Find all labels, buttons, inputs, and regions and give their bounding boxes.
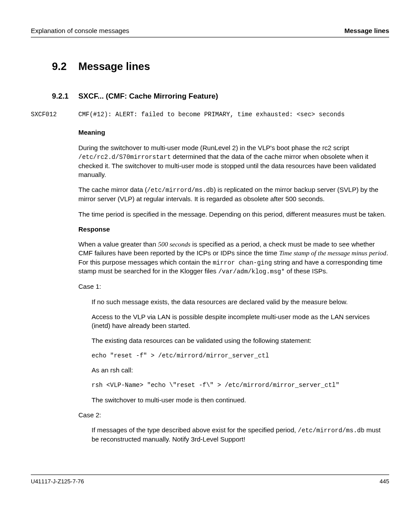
message-text: CMF(#12): ALERT: failed to become PRIMAR… [78, 110, 345, 119]
case1-p4: As an rsh call: [92, 366, 389, 375]
header-left: Explanation of console messages [31, 26, 129, 35]
header-right: Message lines [344, 26, 389, 35]
footer-page-number: 445 [379, 478, 389, 486]
case1-block: If no such message exists, the data reso… [92, 298, 389, 405]
case1-p2: Access to the VLP via LAN is possible de… [92, 313, 389, 331]
message-code: SXCF012 [31, 110, 78, 119]
case2-p1: If messages of the type described above … [92, 426, 389, 444]
case2-block: If messages of the type described above … [92, 426, 389, 444]
subsection-heading: 9.2.1SXCF... (CMF: Cache Mirroring Featu… [52, 92, 389, 102]
meaning-paragraph-3: The time period is specified in the mess… [78, 210, 389, 219]
case1-code2: rsh <VLP-Name> "echo \"reset -f\" > /etc… [92, 381, 389, 390]
footer-doc-id: U41117-J-Z125-7-76 [31, 478, 84, 486]
response-paragraph-1: When a value greater than 500 seconds is… [78, 240, 389, 276]
meaning-label: Meaning [78, 128, 389, 137]
case1-p1: If no such message exists, the data reso… [92, 298, 389, 306]
page-footer: U41117-J-Z125-7-76 445 [31, 475, 389, 486]
case2-label: Case 2: [78, 411, 389, 420]
case1-code1: echo "reset -f" > /etc/mirrord/mirror_se… [92, 352, 389, 360]
section-title-text: Message lines [78, 60, 150, 72]
meaning-paragraph-2: The cache mirror data (/etc/mirrord/ms.d… [78, 185, 389, 203]
section-number: 9.2 [52, 59, 78, 74]
subsection-title-text: SXCF... (CMF: Cache Mirroring Feature) [78, 92, 218, 100]
content-body: Meaning During the switchover to multi-u… [78, 128, 389, 444]
response-label: Response [78, 225, 389, 234]
case1-p5: The switchover to multi-user mode is the… [92, 396, 389, 405]
subsection-number: 9.2.1 [52, 92, 78, 102]
case1-p3: The existing data resources can be valid… [92, 336, 389, 345]
section-heading: 9.2Message lines [52, 59, 389, 74]
page-header: Explanation of console messages Message … [31, 26, 389, 37]
message-row: SXCF012 CMF(#12): ALERT: failed to becom… [31, 110, 389, 119]
case1-label: Case 1: [78, 282, 389, 291]
meaning-paragraph-1: During the switchover to multi-user mode… [78, 144, 389, 180]
